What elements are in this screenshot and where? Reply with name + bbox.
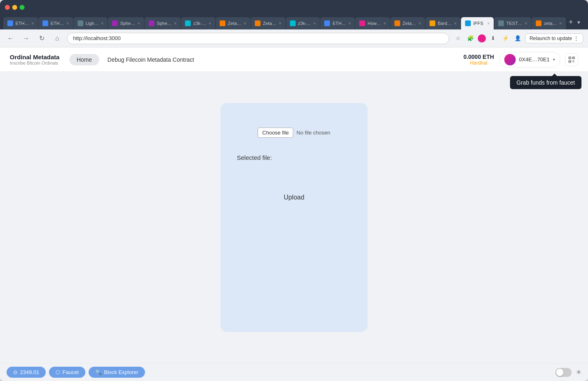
qr-button[interactable] [565, 53, 578, 66]
tab-favicon [394, 20, 400, 26]
tab-t7[interactable]: Zeta…× [216, 17, 250, 29]
tab-close-icon[interactable]: × [31, 21, 34, 26]
relaunch-label: Relaunch to update [530, 36, 572, 41]
home-button[interactable]: ⌂ [51, 33, 63, 44]
tab-favicon [185, 20, 191, 26]
tab-favicon [324, 20, 330, 26]
maximize-traffic-light[interactable] [20, 5, 24, 10]
tab-favicon [42, 20, 48, 26]
browser-window: ETH…×ETH…×Ligh…×Sphe…×Sphe…×z3k-…×Zeta…×… [0, 0, 588, 381]
profile-icon[interactable]: 👤 [513, 34, 523, 43]
eth-amount: 0.0000 ETH [463, 54, 494, 60]
home-nav-button[interactable]: Home [69, 54, 99, 65]
tab-favicon [220, 20, 225, 26]
tab-favicon [255, 20, 261, 26]
tab-dropdown-icon[interactable]: ▾ [577, 19, 580, 25]
wallet-button[interactable]: 0X4E…70E1 ▾ [499, 52, 560, 67]
bookmark-icon[interactable]: ☆ [453, 34, 463, 43]
tab-label: TEST… [506, 21, 522, 26]
tab-t5[interactable]: Sphe…× [145, 17, 181, 29]
toggle-knob [556, 369, 564, 376]
tab-t6[interactable]: z3k-…× [181, 17, 215, 29]
tab-close-icon[interactable]: × [101, 21, 103, 26]
app-container: Ordinal Metadata Inscribe Bitcoin Ordina… [0, 47, 588, 381]
header-right: 0.0000 ETH Hardhat 0X4E…70E1 ▾ [463, 52, 578, 67]
tab-close-icon[interactable]: × [279, 21, 281, 26]
price-button[interactable]: ⊙ 2349.01 [7, 367, 46, 378]
tab-close-icon[interactable]: × [209, 21, 211, 26]
tab-label: Sphe… [120, 21, 135, 26]
close-traffic-light[interactable] [5, 5, 10, 10]
tab-close-icon[interactable]: × [487, 21, 490, 26]
tab-t9[interactable]: z3k-…× [286, 17, 320, 29]
tab-favicon [290, 20, 296, 26]
tab-t1[interactable]: ETH…× [3, 17, 38, 29]
tab-close-icon[interactable]: × [348, 21, 351, 26]
tab-label: ETH… [332, 21, 346, 26]
price-icon: ⊙ [13, 369, 18, 375]
svg-rect-5 [570, 61, 570, 62]
sun-icon: ☀ [576, 368, 581, 376]
tab-close-icon[interactable]: × [454, 21, 457, 26]
tab-t15[interactable]: TEST…× [494, 17, 531, 29]
tab-t12[interactable]: Zeta…× [390, 17, 425, 29]
tab-close-icon[interactable]: × [559, 21, 562, 26]
choose-file-button[interactable]: Choose file [258, 128, 293, 138]
tab-label: z3k-… [298, 21, 311, 26]
explorer-button[interactable]: 🔍 Block Explorer [89, 367, 145, 378]
price-label: 2349.01 [20, 369, 39, 375]
tab-favicon [430, 20, 435, 26]
downloads-icon[interactable]: ⬇ [488, 34, 498, 43]
tab-close-icon[interactable]: × [314, 21, 316, 26]
file-input-row: Choose file No file chosen [258, 128, 330, 138]
tab-close-icon[interactable]: × [383, 21, 386, 26]
svg-rect-7 [574, 61, 575, 61]
tab-close-icon[interactable]: × [419, 21, 421, 26]
tab-close-icon[interactable]: × [174, 21, 177, 26]
avatar-icon[interactable] [478, 34, 486, 43]
debug-nav-link[interactable]: Debug Filecoin Metadata Contract [107, 56, 194, 63]
tab-close-icon[interactable]: × [525, 21, 527, 26]
tab-label: Zeta… [263, 21, 276, 26]
extensions-icon[interactable]: 🧩 [466, 34, 475, 43]
url-input[interactable] [67, 33, 449, 44]
upload-card: Choose file No file chosen Selected file… [220, 103, 368, 332]
wallet-address: 0X4E…70E1 [519, 56, 550, 63]
tab-favicon [112, 20, 118, 26]
tab-t8[interactable]: Zeta…× [251, 17, 285, 29]
tab-t14[interactable]: IPFS× [461, 17, 494, 29]
reload-button[interactable]: ↻ [36, 33, 47, 44]
tab-favicon [78, 20, 83, 26]
tab-t4[interactable]: Sphe…× [108, 17, 144, 29]
title-bar [0, 0, 588, 15]
tab-label: Zeta… [228, 21, 241, 26]
app-header: Ordinal Metadata Inscribe Bitcoin Ordina… [0, 47, 588, 72]
extensions-2-icon[interactable]: ⚡ [501, 34, 510, 43]
tab-t13[interactable]: Bard…× [425, 17, 461, 29]
tab-label: zeta… [544, 21, 557, 26]
faucet-label: Faucet [62, 369, 79, 375]
tab-t11[interactable]: How…× [355, 17, 390, 29]
faucet-button[interactable]: ⬡ Faucet [49, 367, 85, 378]
tab-close-icon[interactable]: × [138, 21, 140, 26]
back-button[interactable]: ← [5, 33, 16, 44]
tab-t2[interactable]: ETH…× [38, 17, 73, 29]
theme-toggle[interactable] [555, 368, 572, 377]
relaunch-button[interactable]: Relaunch to update ⋮ [525, 34, 583, 43]
new-tab-button[interactable]: + [566, 18, 576, 27]
tab-close-icon[interactable]: × [67, 21, 69, 26]
tab-t10[interactable]: ETH…× [320, 17, 355, 29]
svg-rect-8 [572, 61, 573, 62]
tab-favicon [149, 20, 154, 26]
bottom-bar: ⊙ 2349.01 ⬡ Faucet 🔍 Block Explorer ☀ [0, 363, 588, 381]
tab-t3[interactable]: Ligh…× [74, 17, 108, 29]
tab-t16[interactable]: zeta…× [532, 17, 566, 29]
address-bar: ← → ↻ ⌂ ☆ 🧩 ⬇ ⚡ 👤 Relaunch to update ⋮ [0, 29, 588, 47]
upload-button[interactable]: Upload [284, 194, 305, 201]
forward-button[interactable]: → [20, 33, 32, 44]
tab-close-icon[interactable]: × [244, 21, 246, 26]
relaunch-menu-icon: ⋮ [574, 36, 579, 41]
qr-icon [568, 56, 575, 63]
eth-balance: 0.0000 ETH Hardhat [463, 54, 494, 66]
minimize-traffic-light[interactable] [12, 5, 17, 10]
